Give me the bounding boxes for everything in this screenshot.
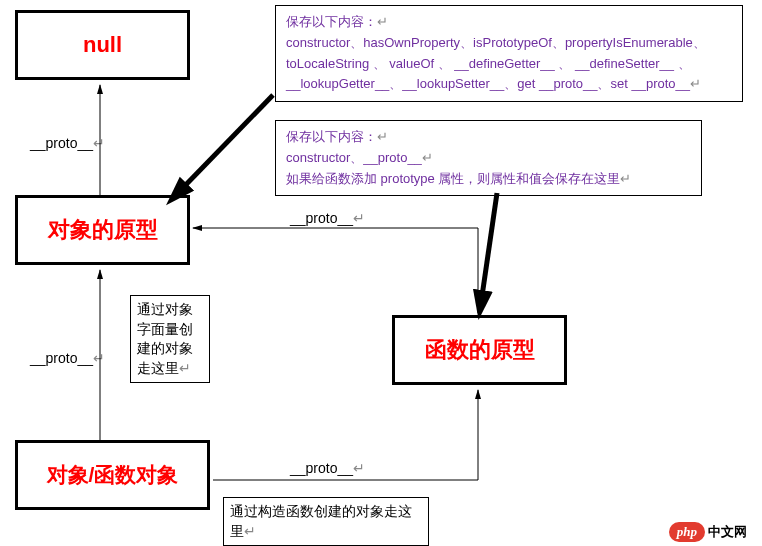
label-proto-1: __proto__↵ bbox=[30, 135, 105, 151]
logo-brand-icon: php bbox=[669, 522, 705, 542]
info-line: constructor、hasOwnProperty、isPrototypeOf… bbox=[286, 33, 732, 95]
box-object-function-object: 对象/函数对象 bbox=[15, 440, 210, 510]
box-function-prototype: 函数的原型 bbox=[392, 315, 567, 385]
box-object-prototype-label: 对象的原型 bbox=[48, 217, 158, 243]
info-box-bottom: 保存以下内容：↵ constructor、__proto__↵ 如果给函数添加 … bbox=[275, 120, 702, 196]
box-null-label: null bbox=[83, 32, 122, 58]
svg-line-3 bbox=[480, 193, 497, 310]
label-proto-2: __proto__↵ bbox=[30, 350, 105, 366]
note-literal: 通过对象字面量创建的对象走这里↵ bbox=[130, 295, 210, 383]
box-function-prototype-label: 函数的原型 bbox=[425, 337, 535, 363]
logo-text: 中文网 bbox=[708, 523, 747, 541]
info-line: 保存以下内容：↵ bbox=[286, 12, 732, 33]
logo: php 中文网 bbox=[669, 522, 747, 542]
info-line: 如果给函数添加 prototype 属性，则属性和值会保存在这里↵ bbox=[286, 169, 691, 190]
info-box-top: 保存以下内容：↵ constructor、hasOwnProperty、isPr… bbox=[275, 5, 743, 102]
box-object-prototype: 对象的原型 bbox=[15, 195, 190, 265]
box-object-function-object-label: 对象/函数对象 bbox=[47, 462, 179, 487]
info-line: constructor、__proto__↵ bbox=[286, 148, 691, 169]
info-line: 保存以下内容：↵ bbox=[286, 127, 691, 148]
svg-line-2 bbox=[173, 95, 273, 198]
box-null: null bbox=[15, 10, 190, 80]
label-proto-4: __proto__↵ bbox=[290, 210, 365, 226]
label-proto-3: __proto__↵ bbox=[290, 460, 365, 476]
note-constructor: 通过构造函数创建的对象走这里↵ bbox=[223, 497, 429, 546]
